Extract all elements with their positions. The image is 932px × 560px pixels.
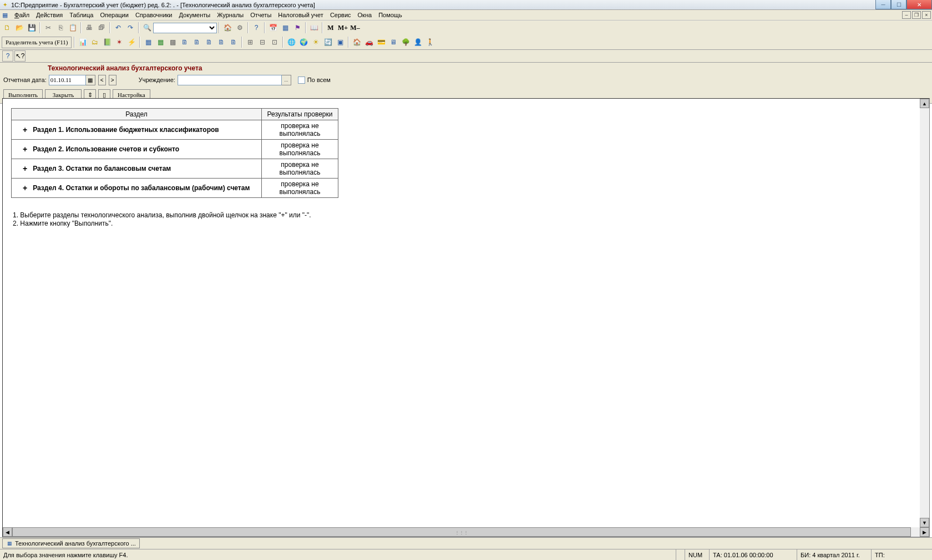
toolbar-separator [247, 22, 249, 33]
period-icon[interactable]: ▦ [280, 22, 291, 33]
account-separator-button[interactable]: Разделитель учета (F11) [2, 37, 72, 48]
star-icon[interactable]: ✶ [114, 37, 125, 48]
layout2-icon[interactable]: ⊟ [257, 37, 268, 48]
minimize-button[interactable]: ─ [875, 0, 891, 9]
cut-icon[interactable]: ✂ [43, 22, 54, 33]
car-icon[interactable]: 🚗 [363, 37, 374, 48]
computer-icon[interactable]: 🖥 [388, 37, 399, 48]
scroll-left-button[interactable]: ◀ [3, 527, 12, 537]
institution-pick-button[interactable]: ... [282, 75, 291, 85]
paste-icon[interactable]: 📋 [67, 22, 78, 33]
menu-help[interactable]: Помощь [375, 12, 406, 18]
person-icon[interactable]: 👤 [412, 37, 423, 48]
expand-icon[interactable]: + [23, 125, 27, 134]
book-icon[interactable]: 📖 [308, 22, 320, 33]
context-help-icon[interactable]: ? [2, 50, 13, 62]
calendar-icon[interactable]: 📅 [267, 22, 278, 33]
maximize-button[interactable]: ☐ [891, 0, 906, 9]
undo-icon[interactable]: ↶ [113, 22, 124, 33]
mdi-restore-button[interactable]: ❐ [912, 11, 921, 19]
doc1-icon[interactable]: 🗎 [179, 37, 190, 48]
mem-m-button[interactable]: M [325, 22, 336, 33]
mdi-minimize-button[interactable]: – [902, 11, 911, 19]
window-tab-bar: ▦ Технологический анализ бухгалтерского … [0, 537, 932, 549]
window-tab[interactable]: ▦ Технологический анализ бухгалтерского … [2, 538, 140, 548]
menu-service[interactable]: Сервис [327, 12, 354, 18]
print-icon[interactable]: 🖶 [84, 22, 95, 33]
redo-icon[interactable]: ↷ [125, 22, 136, 33]
home-icon[interactable]: 🏠 [222, 22, 233, 33]
walk-icon[interactable]: 🚶 [424, 37, 435, 48]
grid3-icon[interactable]: ▩ [167, 37, 178, 48]
vscroll-track[interactable] [920, 108, 929, 518]
section-title: Раздел 3. Остатки по балансовым счетам [33, 165, 171, 172]
whatsthis-icon[interactable]: ↖? [14, 50, 26, 62]
mdi-close-button[interactable]: × [922, 11, 931, 19]
copy-icon[interactable]: ⎘ [55, 22, 66, 33]
mem-mminus-button[interactable]: M– [350, 22, 361, 33]
print-preview-icon[interactable]: 🗊 [96, 22, 107, 33]
chart-icon[interactable]: 📊 [77, 37, 88, 48]
menu-journals[interactable]: Журналы [214, 12, 247, 18]
expand-icon[interactable]: + [23, 145, 27, 154]
scroll-right-button[interactable]: ▶ [920, 527, 929, 537]
date-next-button[interactable]: > [109, 75, 116, 85]
grid1-icon[interactable]: ▦ [143, 37, 154, 48]
menu-operations[interactable]: Операции [97, 12, 131, 18]
institution-input[interactable] [178, 75, 282, 85]
menu-actions[interactable]: Действия [33, 12, 66, 18]
scroll-down-button[interactable]: ▼ [920, 518, 929, 527]
horizontal-scrollbar[interactable]: ◀ ⋮⋮⋮ ▶ [3, 527, 929, 537]
new-doc-icon[interactable]: 🗋 [2, 22, 13, 33]
mdi-doc-icon: ▦ [1, 11, 9, 19]
open-icon[interactable]: 📂 [14, 22, 25, 33]
scroll-up-button[interactable]: ▲ [920, 99, 929, 108]
layout3-icon[interactable]: ⊡ [269, 37, 280, 48]
menu-windows[interactable]: Окна [354, 12, 376, 18]
globe2-icon[interactable]: 🌍 [298, 37, 309, 48]
mem-mplus-button[interactable]: M+ [337, 22, 348, 33]
doc4-icon[interactable]: 🗎 [216, 37, 227, 48]
book2-icon[interactable]: 📗 [102, 37, 113, 48]
house-icon[interactable]: 🏠 [351, 37, 362, 48]
section-result: проверка не выполнялась [262, 179, 338, 198]
refresh-icon[interactable]: 🔄 [322, 37, 333, 48]
globe1-icon[interactable]: 🌐 [286, 37, 297, 48]
close-button[interactable]: ✕ [906, 0, 932, 9]
doc3-icon[interactable]: 🗎 [204, 37, 215, 48]
date-input[interactable] [49, 75, 86, 85]
layout1-icon[interactable]: ⊞ [245, 37, 256, 48]
doc2-icon[interactable]: 🗎 [191, 37, 202, 48]
expand-icon[interactable]: + [23, 184, 27, 192]
vertical-scrollbar[interactable]: ▲ ▼ [920, 99, 929, 527]
table-row: +Раздел 2. Использование счетов и субкон… [12, 140, 338, 159]
date-prev-button[interactable]: < [98, 75, 106, 85]
settings-icon[interactable]: ⚙ [234, 22, 245, 33]
sun-icon[interactable]: ☀ [310, 37, 321, 48]
all-checkbox[interactable] [298, 77, 305, 84]
doc5-icon[interactable]: 🗎 [228, 37, 239, 48]
card-icon[interactable]: 💳 [376, 37, 387, 48]
menu-file[interactable]: Файл [11, 12, 33, 18]
folder-icon[interactable]: 🗂 [89, 37, 100, 48]
menu-table[interactable]: Таблица [66, 12, 97, 18]
status-bi: БИ: 4 квартал 2011 г. [797, 549, 871, 560]
save-icon[interactable]: 💾 [26, 22, 37, 33]
search-combo[interactable] [153, 23, 217, 33]
help-icon[interactable]: ? [251, 22, 262, 33]
calendar-button[interactable]: ▦ [86, 75, 95, 85]
menu-reports[interactable]: Отчеты [247, 12, 275, 18]
hscroll-thumb[interactable]: ⋮⋮⋮ [12, 527, 911, 537]
cube-icon[interactable]: ▣ [335, 37, 346, 48]
toolbar-separator [305, 22, 306, 33]
tree-icon[interactable]: 🌳 [400, 37, 411, 48]
grid2-icon[interactable]: ▦ [155, 37, 166, 48]
menu-tax[interactable]: Налоговый учет [275, 12, 327, 18]
expand-icon[interactable]: + [23, 164, 27, 173]
hscroll-track[interactable]: ⋮⋮⋮ [12, 527, 920, 537]
lightning-icon[interactable]: ⚡ [126, 37, 137, 48]
find-icon[interactable]: 🔍 [141, 22, 153, 33]
flag-icon[interactable]: ⚑ [292, 22, 303, 33]
menu-docs[interactable]: Документы [176, 12, 214, 18]
menu-refs[interactable]: Справочники [132, 12, 176, 18]
